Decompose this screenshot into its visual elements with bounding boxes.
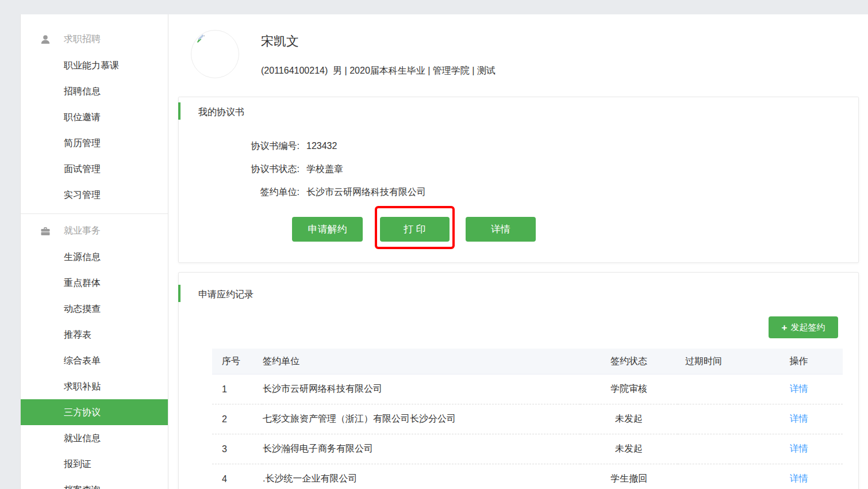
my-agreement-title: 我的协议书 — [198, 106, 244, 119]
table-row: 2 七彩文旅资产管理（浙江）有限公司长沙分公司 未发起 详情 — [212, 404, 843, 434]
sidebar-section2-wrap: 就业事务 生源信息 重点群体 动态摸查 推荐表 综合表单 求职补贴 三方协议 就… — [21, 214, 168, 489]
section-accent-bar — [178, 285, 180, 302]
main-content: 宋凯文 (201164100214) 男 | 2020届本科生毕业 | 管理学院… — [168, 14, 868, 489]
table-row: 1 长沙市云研网络科技有限公司 学院审核 详情 — [212, 375, 843, 404]
apply-termination-button[interactable]: 申请解约 — [292, 217, 363, 242]
initiate-signing-button[interactable]: + 发起签约 — [769, 316, 838, 338]
cell-expire — [678, 404, 729, 434]
cell-status: 学生撤回 — [580, 464, 678, 489]
sidebar-item-tripartite-agreement[interactable]: 三方协议 — [21, 399, 168, 425]
field-value: 123432 — [306, 141, 337, 151]
sidebar-item-registration-card[interactable]: 报到证 — [21, 451, 168, 477]
row-detail-link[interactable]: 详情 — [790, 473, 808, 483]
field-label: 协议书编号: — [179, 140, 299, 152]
cell-company: .长沙统一企业有限公司 — [262, 464, 580, 489]
col-header-expire: 过期时间 — [678, 349, 729, 375]
sidebar-item-job-subsidy[interactable]: 求职补贴 — [21, 373, 168, 399]
table-header-row: 序号 签约单位 签约状态 过期时间 操作 — [212, 349, 843, 375]
sidebar-section-jobseek: 求职招聘 — [21, 26, 168, 52]
cell-status: 未发起 — [580, 404, 678, 434]
col-header-status: 签约状态 — [580, 349, 678, 375]
avatar — [191, 30, 239, 78]
cell-expire — [678, 375, 729, 404]
sidebar: 求职招聘 职业能力慕课 招聘信息 职位邀请 简历管理 面试管理 实习管理 就业事… — [20, 14, 168, 489]
sidebar-section-title: 就业事务 — [64, 225, 101, 237]
col-header-action: 操作 — [729, 349, 843, 375]
sidebar-item-dynamic-survey[interactable]: 动态摸查 — [21, 296, 168, 322]
detail-button[interactable]: 详情 — [466, 217, 536, 242]
sidebar-item-position-invite[interactable]: 职位邀请 — [21, 104, 168, 130]
sidebar-item-resume[interactable]: 简历管理 — [21, 130, 168, 156]
cell-expire — [678, 464, 729, 489]
sidebar-item-comprehensive-form[interactable]: 综合表单 — [21, 347, 168, 373]
briefcase-icon — [40, 226, 51, 237]
sidebar-item-key-groups[interactable]: 重点群体 — [21, 270, 168, 296]
cell-status: 未发起 — [580, 434, 678, 464]
sidebar-item-source-info[interactable]: 生源信息 — [21, 244, 168, 270]
cell-company: 长沙市云研网络科技有限公司 — [262, 375, 580, 404]
application-records-card: 申请应约记录 + 发起签约 序号 签约单位 签约状态 过期时间 操作 1 — [178, 272, 859, 489]
sidebar-item-interview[interactable]: 面试管理 — [21, 156, 168, 182]
cell-no: 3 — [212, 434, 262, 464]
student-meta: (201164100214) 男 | 2020届本科生毕业 | 管理学院 | 测… — [261, 65, 496, 77]
broken-image-icon — [195, 33, 207, 45]
sidebar-item-recommend-form[interactable]: 推荐表 — [21, 322, 168, 347]
row-detail-link[interactable]: 详情 — [790, 384, 808, 394]
application-records-title: 申请应约记录 — [198, 289, 254, 301]
sidebar-item-mooc[interactable]: 职业能力慕课 — [21, 52, 168, 78]
student-name: 宋凯文 — [261, 33, 299, 50]
print-button[interactable]: 打 印 — [380, 217, 450, 242]
row-detail-link[interactable]: 详情 — [790, 444, 808, 453]
sidebar-item-archive-query[interactable]: 档案查询 — [21, 477, 168, 489]
table-row: 4 .长沙统一企业有限公司 学生撤回 详情 — [212, 464, 843, 489]
sidebar-item-recruit-info[interactable]: 招聘信息 — [21, 78, 168, 104]
records-table: 序号 签约单位 签约状态 过期时间 操作 1 长沙市云研网络科技有限公司 学院审… — [212, 349, 843, 489]
field-label: 协议书状态: — [179, 163, 299, 175]
signing-company-field: 签约单位:长沙市云研网络科技有限公司 — [179, 186, 426, 198]
field-value: 长沙市云研网络科技有限公司 — [306, 187, 426, 197]
cell-status: 学院审核 — [580, 375, 678, 404]
sidebar-item-internship[interactable]: 实习管理 — [21, 182, 168, 208]
sidebar-section-title: 求职招聘 — [64, 33, 101, 45]
cell-no: 4 — [212, 464, 262, 489]
agreement-number-field: 协议书编号:123432 — [179, 140, 337, 152]
field-value: 学校盖章 — [306, 164, 343, 174]
cell-no: 1 — [212, 375, 262, 404]
cell-expire — [678, 434, 729, 464]
agreement-status-field: 协议书状态:学校盖章 — [179, 163, 343, 175]
sidebar-nav: 求职招聘 职业能力慕课 招聘信息 职位邀请 简历管理 面试管理 实习管理 就业事… — [21, 14, 168, 489]
person-icon — [40, 34, 51, 45]
field-label: 签约单位: — [179, 186, 299, 198]
table-row: 3 长沙瀚得电子商务有限公司 未发起 详情 — [212, 434, 843, 464]
plus-icon: + — [782, 323, 788, 333]
sidebar-section-employment: 就业事务 — [21, 218, 168, 244]
my-agreement-card: 我的协议书 协议书编号:123432 协议书状态:学校盖章 签约单位:长沙市云研… — [178, 97, 859, 263]
cell-company: 长沙瀚得电子商务有限公司 — [262, 434, 580, 464]
section-accent-bar — [178, 102, 180, 120]
cell-no: 2 — [212, 404, 262, 434]
row-detail-link[interactable]: 详情 — [790, 414, 808, 423]
sidebar-item-employment-info[interactable]: 就业信息 — [21, 425, 168, 451]
cell-company: 七彩文旅资产管理（浙江）有限公司长沙分公司 — [262, 404, 580, 434]
col-header-no: 序号 — [212, 349, 262, 375]
initiate-signing-label: 发起签约 — [790, 322, 825, 333]
col-header-company: 签约单位 — [262, 349, 580, 375]
